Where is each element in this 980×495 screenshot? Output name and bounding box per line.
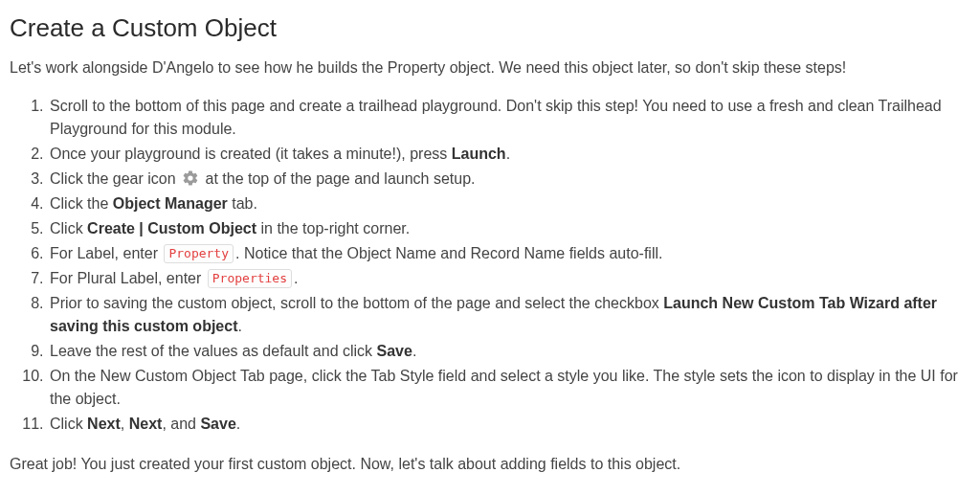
step-11: Click Next, Next, and Save. [48,413,970,436]
bold-next-2: Next [129,416,163,432]
step-text: Scroll to the bottom of this page and cr… [50,98,942,137]
step-2: Once your playground is created (it take… [48,143,970,166]
intro-paragraph: Let's work alongside D'Angelo to see how… [10,56,970,79]
step-text: , [121,416,129,432]
step-text: For Plural Label, enter [50,270,206,286]
step-text: . [412,343,416,359]
bold-launch: Launch [452,146,506,162]
step-text: , and [162,416,200,432]
step-text: in the top-right corner. [256,220,410,236]
bold-save: Save [377,343,412,359]
step-8: Prior to saving the custom object, scrol… [48,292,970,338]
step-text: On the New Custom Object Tab page, click… [50,368,958,407]
section-heading: Create a Custom Object [10,10,970,47]
step-text: Prior to saving the custom object, scrol… [50,295,663,311]
step-text: Click the [50,195,113,212]
code-property: Property [164,244,234,263]
bold-create-custom-object: Create | Custom Object [87,220,256,236]
step-text: Click the gear icon [50,170,180,187]
code-properties: Properties [208,269,292,288]
step-4: Click the Object Manager tab. [48,192,970,215]
step-10: On the New Custom Object Tab page, click… [48,365,970,411]
step-3: Click the gear icon at the top of the pa… [48,168,970,191]
step-text: Leave the rest of the values as default … [50,343,377,359]
step-text: Once your playground is created (it take… [50,146,452,162]
step-1: Scroll to the bottom of this page and cr… [48,95,970,141]
bold-next-1: Next [87,416,121,432]
step-text: . [237,318,241,334]
step-text: . [506,146,510,162]
bold-save-2: Save [200,416,235,432]
step-text: . [294,270,298,286]
bold-object-manager: Object Manager [113,195,228,212]
step-9: Leave the rest of the values as default … [48,340,970,363]
step-6: For Label, enter Property. Notice that t… [48,242,970,265]
step-text: Click [50,416,87,432]
step-text: at the top of the page and launch setup. [201,170,475,187]
step-text: . [236,416,240,432]
step-7: For Plural Label, enter Properties. [48,267,970,290]
outro-paragraph: Great job! You just created your first c… [10,453,970,476]
step-text: For Label, enter [50,245,162,261]
step-text: tab. [228,195,257,212]
steps-list: Scroll to the bottom of this page and cr… [10,95,970,436]
step-text: . Notice that the Object Name and Record… [235,245,662,261]
step-text: Click [50,220,87,236]
step-5: Click Create | Custom Object in the top-… [48,217,970,240]
gear-icon [182,169,199,187]
